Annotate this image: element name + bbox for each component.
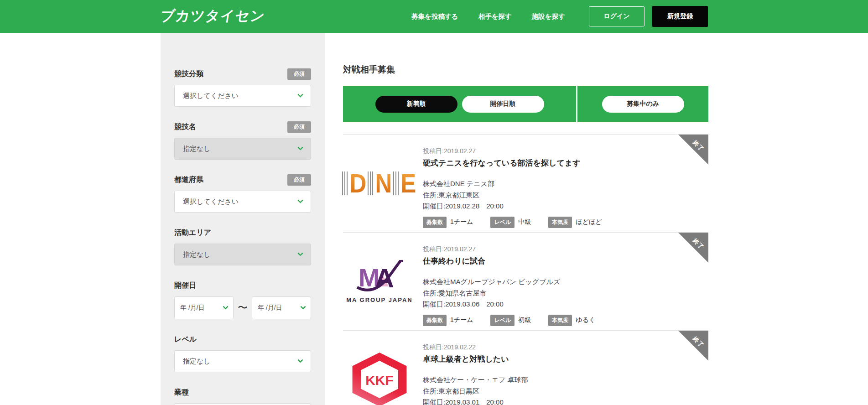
required-badge: 必須 <box>287 68 311 80</box>
badge-seriousness-value: ほどほど <box>576 218 602 226</box>
filter-label: 活動エリア <box>174 228 211 238</box>
date-range-separator: 〜 <box>234 301 252 315</box>
company-address: 住所:愛知県名古屋市 <box>423 288 708 299</box>
select-value: 年 /月/日 <box>258 304 282 312</box>
recruitment-card-2[interactable]: 終了 M A MA GROUP JAPAN 投稿日:2019.02.27 仕事終… <box>343 232 708 330</box>
sort-toolbar: 新着順 開催日順 募集中のみ <box>343 86 708 122</box>
ma-monogram: M A <box>356 260 403 293</box>
badge-row: 募集数 1チーム レベル 中級 本気度 ほどほど <box>423 217 708 228</box>
filter-group-level: レベル 指定なし <box>174 334 311 372</box>
recruitment-card-1[interactable]: 終了 D N E 投稿日:2019.02.27 硬式テニスを行なっている部活を探… <box>343 134 708 232</box>
main-content: 対戦相手募集 新着順 開催日順 募集中のみ 終了 D N E 投稿日:2 <box>343 33 708 405</box>
select-value: 指定なし <box>183 145 211 153</box>
select-value: 年 /月/日 <box>180 304 205 312</box>
posted-date: 投稿日:2019.02.22 <box>423 343 708 352</box>
filter-group-industry: 業種 <box>174 387 311 405</box>
logo-stripes-decoration <box>368 171 374 195</box>
filter-label: 競技分類 <box>174 69 203 79</box>
chevron-down-icon <box>297 92 303 98</box>
badge-level: レベル <box>490 217 515 228</box>
posted-date: 投稿日:2019.02.27 <box>423 146 708 156</box>
kkf-logo-text: KKF <box>349 373 411 388</box>
filter-label: 都道府県 <box>174 175 203 185</box>
card-body: 投稿日:2019.02.27 硬式テニスを行なっている部活を探してます 株式会社… <box>423 135 708 232</box>
required-badge: 必須 <box>287 174 311 186</box>
badge-recruit-count: 募集数 <box>423 315 447 326</box>
sort-toolbar-left: 新着順 開催日順 <box>343 86 576 122</box>
activity-area-select[interactable]: 指定なし <box>174 244 311 265</box>
site-header: ブカツタイセン 募集を投稿する 相手を探す 施設を探す ログイン 新規登録 <box>0 0 868 33</box>
recruitment-card-3[interactable]: 終了 KKF 投稿日:2019.02.22 卓球上級者と対戦したい 株式会社ケー… <box>343 330 708 405</box>
kkf-hexagon-logo: KKF <box>349 353 411 405</box>
badge-level: レベル <box>490 315 515 326</box>
nav-find-opponent[interactable]: 相手を探す <box>478 12 512 21</box>
filter-label: 業種 <box>174 388 189 397</box>
dne-logo: D N E <box>342 171 417 195</box>
filter-group-prefecture: 都道府県 必須 選択してください <box>174 174 311 213</box>
login-button[interactable]: ログイン <box>589 6 645 26</box>
date-to-select[interactable]: 年 /月/日 <box>252 296 311 319</box>
ma-logo-caption: MA GROUP JAPAN <box>346 296 413 303</box>
filter-group-sport-category: 競技分類 必須 選択してください <box>174 68 311 107</box>
company-logo-dne: D N E <box>343 135 416 232</box>
company-logo-kkf: KKF <box>343 331 416 405</box>
company-logo-ma: M A MA GROUP JAPAN <box>343 233 416 330</box>
event-date: 開催日:2019.02.28 20:00 <box>423 201 708 212</box>
badge-recruit-count-value: 1チーム <box>450 316 473 324</box>
nav-post-recruitment[interactable]: 募集を投稿する <box>411 12 458 21</box>
badge-level-value: 初級 <box>518 316 531 324</box>
badge-seriousness: 本気度 <box>548 315 572 326</box>
company-address: 住所:東京都目黒区 <box>423 386 708 397</box>
card-title[interactable]: 硬式テニスを行なっている部活を探してます <box>423 158 708 169</box>
company-name: 株式会社ケー・ケー・エフ 卓球部 <box>423 374 708 386</box>
badge-seriousness: 本気度 <box>548 217 572 228</box>
select-value: 選択してください <box>183 197 239 206</box>
filter-group-sport-name: 競技名 必須 指定なし <box>174 121 311 160</box>
chevron-down-icon <box>300 304 306 310</box>
company-address: 住所:東京都江東区 <box>423 190 708 201</box>
signup-button[interactable]: 新規登録 <box>652 6 708 27</box>
chevron-down-icon <box>297 145 303 151</box>
open-only-filter-button[interactable]: 募集中のみ <box>602 96 684 113</box>
sort-newest-button[interactable]: 新着順 <box>375 96 457 113</box>
filter-label: 競技名 <box>174 122 196 132</box>
sort-by-event-date-button[interactable]: 開催日順 <box>462 96 544 113</box>
company-name: 株式会社MAグループジャパン ビッグブルズ <box>423 276 708 288</box>
posted-date: 投稿日:2019.02.27 <box>423 244 708 254</box>
select-value: 指定なし <box>183 250 211 259</box>
card-title[interactable]: 仕事終わりに試合 <box>423 256 708 267</box>
level-select[interactable]: 指定なし <box>174 350 311 372</box>
card-title[interactable]: 卓球上級者と対戦したい <box>423 354 708 365</box>
company-name: 株式会社DNE テニス部 <box>423 178 708 190</box>
badge-recruit-count-value: 1チーム <box>450 218 473 226</box>
filter-group-event-date: 開催日 年 /月/日 〜 年 /月/日 <box>174 280 311 319</box>
recruitment-list: 終了 D N E 投稿日:2019.02.27 硬式テニスを行なっている部活を探… <box>343 134 708 405</box>
badge-level-value: 中級 <box>518 218 531 226</box>
filter-label: レベル <box>174 335 197 344</box>
event-date: 開催日:2019.03.01 20:00 <box>423 397 708 405</box>
event-date: 開催日:2019.03.06 20:00 <box>423 299 708 310</box>
card-body: 投稿日:2019.02.22 卓球上級者と対戦したい 株式会社ケー・ケー・エフ … <box>423 331 708 405</box>
badge-row: 募集数 1チーム レベル 初級 本気度 ゆるく <box>423 315 708 326</box>
sport-name-select[interactable]: 指定なし <box>174 138 311 160</box>
chevron-down-icon <box>297 197 303 203</box>
nav-find-facility[interactable]: 施設を探す <box>532 12 565 21</box>
logo-stripes-decoration <box>342 171 348 195</box>
filter-label: 開催日 <box>174 281 196 291</box>
site-logo[interactable]: ブカツタイセン <box>159 6 266 26</box>
badge-seriousness-value: ゆるく <box>576 316 595 324</box>
date-from-select[interactable]: 年 /月/日 <box>174 296 234 319</box>
industry-select[interactable] <box>174 403 311 405</box>
prefecture-select[interactable]: 選択してください <box>174 191 311 213</box>
chevron-down-icon <box>223 304 229 310</box>
chevron-down-icon <box>297 357 303 363</box>
sport-category-select[interactable]: 選択してください <box>174 85 311 107</box>
sort-toolbar-right: 募集中のみ <box>577 86 708 122</box>
badge-recruit-count: 募集数 <box>423 217 447 228</box>
select-value: 選択してください <box>183 92 239 100</box>
chevron-down-icon <box>297 250 303 256</box>
select-value: 指定なし <box>183 357 211 366</box>
main-nav: 募集を投稿する 相手を探す 施設を探す ログイン 新規登録 <box>411 0 708 33</box>
logo-stripes-decoration <box>393 171 399 195</box>
filter-sidebar: 競技分類 必須 選択してください 競技名 必須 指定なし 都道府県 必須 選択し… <box>161 33 325 405</box>
